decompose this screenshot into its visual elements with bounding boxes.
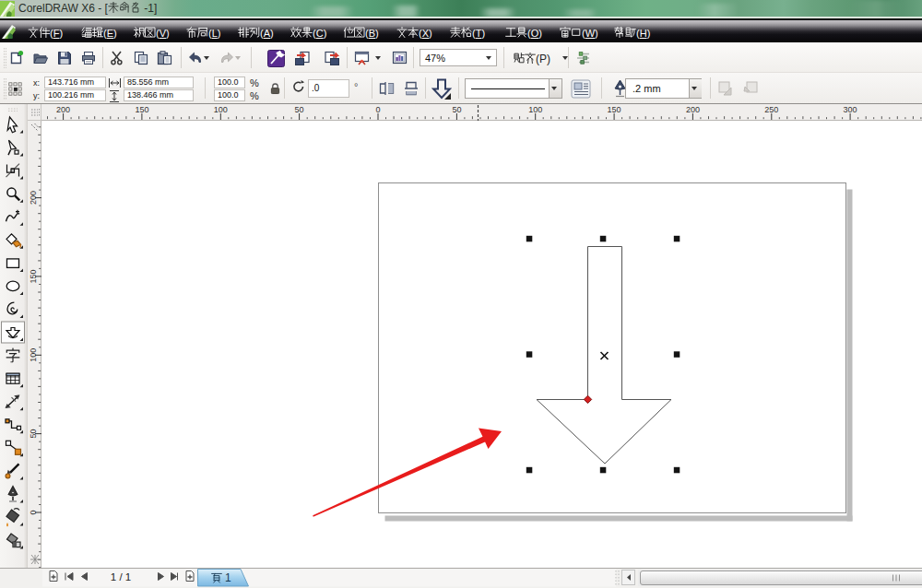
svg-text:200: 200 xyxy=(686,105,700,114)
svg-text:0: 0 xyxy=(375,105,380,114)
svg-text:150: 150 xyxy=(608,105,621,114)
svg-text:1 / 1: 1 / 1 xyxy=(111,571,131,582)
svg-text:100: 100 xyxy=(29,348,38,362)
svg-text:1: 1 xyxy=(225,571,231,584)
svg-text:100: 100 xyxy=(214,105,228,114)
svg-text:200: 200 xyxy=(56,105,70,114)
svg-text:50: 50 xyxy=(29,429,38,439)
svg-text:150: 150 xyxy=(135,105,148,114)
svg-text:300: 300 xyxy=(844,105,857,114)
svg-text:150: 150 xyxy=(29,269,38,283)
svg-text:100: 100 xyxy=(528,105,542,114)
svg-text:200: 200 xyxy=(29,191,38,205)
svg-text:250: 250 xyxy=(764,105,778,114)
svg-text:50: 50 xyxy=(295,105,304,114)
svg-text:0: 0 xyxy=(29,510,38,514)
svg-text:50: 50 xyxy=(452,105,461,114)
